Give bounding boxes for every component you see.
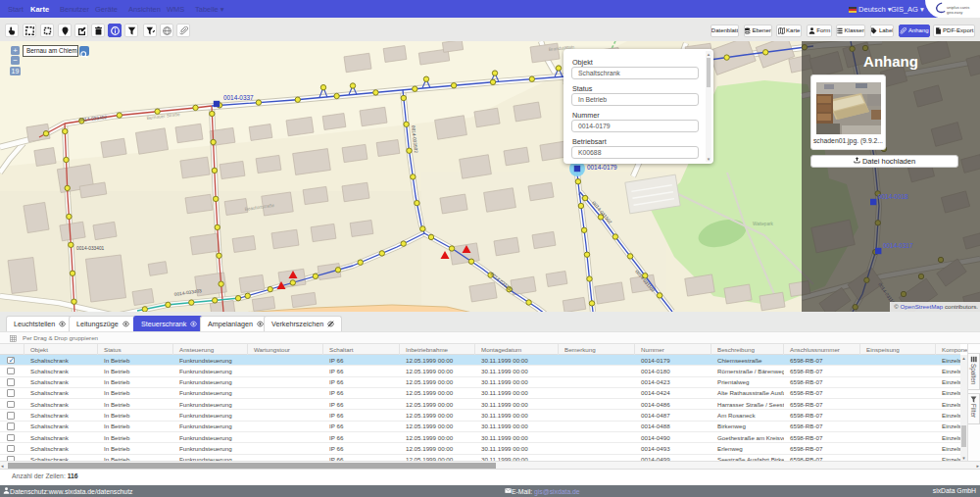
- svg-text:0014-0317: 0014-0317: [883, 242, 913, 249]
- svg-text:0014-033401: 0014-033401: [76, 246, 105, 251]
- svg-text:0014-0018: 0014-0018: [878, 193, 908, 200]
- svg-text:geo.easy: geo.easy: [947, 10, 962, 15]
- svg-text:Wattepark: Wattepark: [753, 222, 773, 226]
- svg-text:0014-0179: 0014-0179: [587, 164, 617, 171]
- svg-text:0014-0337: 0014-0337: [223, 94, 254, 101]
